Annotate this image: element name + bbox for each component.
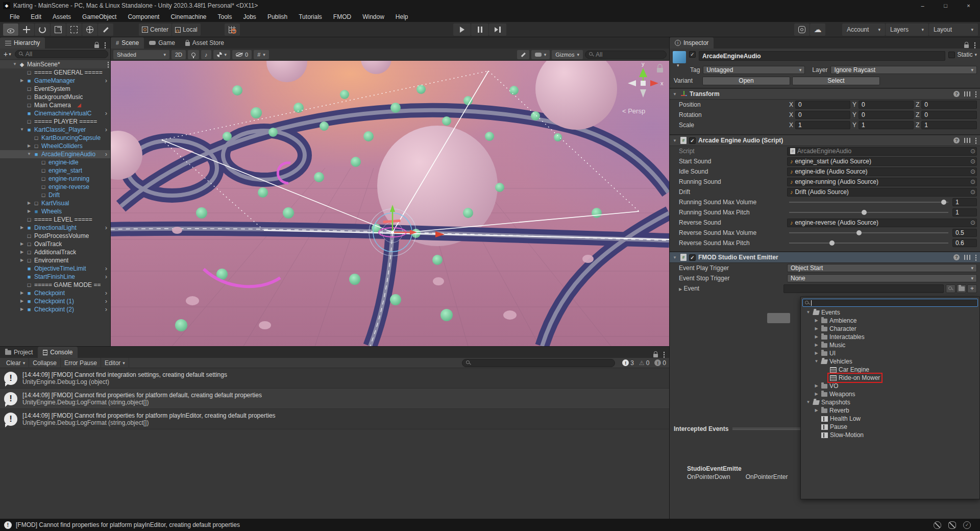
event-add-button[interactable]: + [967, 284, 977, 293]
hierarchy-item[interactable]: GameManager › [0, 77, 110, 85]
prefab-chevron-icon[interactable]: › [105, 77, 109, 85]
rotate-tool-button[interactable] [35, 23, 50, 36]
item-menu-icon[interactable] [107, 61, 109, 68]
running-pitch-slider[interactable] [789, 212, 948, 213]
blank-button[interactable] [767, 313, 790, 323]
info-count-toggle[interactable]: !3 [622, 359, 634, 367]
tab-hierarchy[interactable]: Hierarchy [0, 37, 45, 49]
cloud-button[interactable]: ☁ [810, 23, 825, 36]
expand-arrow-icon[interactable] [18, 224, 26, 232]
prefab-chevron-icon[interactable]: › [105, 126, 109, 134]
hierarchy-item[interactable]: KartVisual › [0, 199, 110, 207]
event-browser-item[interactable]: Weapons [801, 390, 979, 398]
menu-item[interactable]: Publish [262, 11, 293, 22]
running-volume-slider[interactable] [789, 202, 948, 203]
position-y-field[interactable]: 0 [859, 101, 914, 109]
menu-item[interactable]: Cinemachine [165, 11, 212, 22]
tab-game[interactable]: Game [144, 37, 180, 49]
hierarchy-item[interactable]: ===== LEVEL ===== › [0, 215, 110, 224]
help-icon[interactable]: ? [953, 254, 960, 260]
hierarchy-item[interactable]: StartFinishLine › [0, 273, 110, 281]
editor-dropdown[interactable]: Editor▾ [101, 358, 129, 368]
menu-item[interactable]: Component [122, 11, 165, 22]
play-button[interactable] [453, 23, 471, 36]
audio-toggle-button[interactable]: ♪ [201, 50, 211, 59]
expand-arrow-icon[interactable] [813, 357, 820, 366]
rect-tool-button[interactable] [66, 23, 82, 36]
hierarchy-item[interactable]: engine-idle › [0, 158, 110, 166]
presets-icon[interactable] [964, 255, 970, 260]
orientation-toggle-button[interactable]: Local [172, 23, 201, 36]
expand-arrow-icon[interactable] [26, 199, 33, 207]
presets-icon[interactable] [964, 91, 970, 96]
event-browser-item[interactable]: Pause [801, 423, 979, 431]
help-icon[interactable]: ? [953, 91, 960, 97]
position-x-field[interactable]: 0 [795, 101, 850, 109]
collapse-button[interactable]: Collapse [29, 358, 61, 368]
reverse-volume-value[interactable]: 0.5 [952, 229, 977, 237]
pause-button[interactable] [471, 23, 488, 36]
hierarchy-item[interactable]: Checkpoint (1) › [0, 297, 110, 305]
static-checkbox[interactable] [948, 52, 955, 58]
hierarchy-item[interactable]: AdditionalTrack › [0, 248, 110, 256]
hierarchy-item[interactable]: KartClassic_Player › [0, 126, 110, 134]
component-menu-icon[interactable] [975, 91, 977, 98]
transform-tool-button[interactable] [82, 23, 97, 36]
idle-sound-field[interactable]: ♪engine-idle (Audio Source)⊙ [787, 167, 977, 176]
hierarchy-item[interactable]: PostProcessVolume › [0, 232, 110, 240]
hierarchy-item[interactable]: BackgroundMusic › [0, 93, 110, 101]
help-icon[interactable]: ? [953, 137, 960, 143]
lighting-toggle-button[interactable] [188, 50, 199, 59]
hierarchy-item[interactable]: ===== GENERAL ===== › [0, 68, 110, 77]
event-browser-item[interactable]: UI [801, 349, 979, 357]
tag-dropdown[interactable]: Untagged▾ [703, 66, 805, 74]
progress-check-icon[interactable]: ✓ [963, 521, 971, 529]
error-count-toggle[interactable]: !0 [654, 359, 666, 367]
gameobject-cube-icon[interactable] [673, 51, 686, 63]
event-search-button[interactable] [946, 284, 955, 293]
prefab-chevron-icon[interactable]: › [105, 289, 109, 297]
event-browser-item[interactable]: Car Engine [801, 366, 979, 374]
custom-tool-button[interactable] [98, 23, 113, 36]
event-browser-item[interactable]: Interactables [801, 333, 979, 341]
panel-menu-icon[interactable] [104, 42, 106, 49]
object-picker-icon[interactable]: ⊙ [970, 168, 975, 175]
hierarchy-item[interactable]: Drift › [0, 191, 110, 199]
menu-item[interactable]: FMOD [328, 11, 357, 22]
fmod-emitter-header[interactable]: ▼# ✓ FMOD Studio Event Emitter ? [670, 252, 980, 263]
hierarchy-item[interactable]: ===== GAME MODE == › [0, 281, 110, 289]
expand-arrow-icon[interactable] [18, 256, 26, 264]
hierarchy-item[interactable]: WheelColliders › [0, 142, 110, 150]
panel-menu-icon[interactable] [974, 42, 976, 49]
event-browser-item[interactable]: Slow-Motion [801, 431, 979, 439]
hierarchy-item[interactable]: MainScene* › [0, 60, 110, 68]
event-browser-item[interactable]: Events [801, 308, 979, 317]
hidden-objects-button[interactable]: 0 [232, 50, 252, 59]
camera-settings-dropdown[interactable]: ▾ [531, 50, 550, 59]
active-checkbox[interactable]: ✓ [689, 51, 696, 58]
console-log-entry[interactable]: ! [14:44:09] [FMOD] Cannot find properti… [0, 409, 669, 429]
event-browser-item[interactable]: Reverb [801, 406, 979, 415]
create-object-button[interactable]: +▾ [2, 50, 13, 58]
minimize-button[interactable]: – [911, 0, 934, 11]
prefab-chevron-icon[interactable]: › [105, 297, 109, 305]
expand-arrow-icon[interactable] [813, 333, 820, 341]
expand-arrow-icon[interactable] [26, 150, 33, 158]
component-enabled-checkbox[interactable]: ✓ [689, 254, 696, 261]
debugger-icon[interactable] [934, 521, 941, 529]
event-browser-item[interactable]: Character [801, 325, 979, 333]
layers-dropdown[interactable]: Layers▾ [886, 23, 928, 36]
prefab-chevron-icon[interactable]: › [105, 273, 109, 281]
rotation-y-field[interactable]: 0 [859, 111, 914, 119]
layout-dropdown[interactable]: Layout▾ [929, 23, 978, 36]
prefab-chevron-icon[interactable]: › [105, 150, 109, 158]
expand-arrow-icon[interactable] [18, 289, 26, 297]
console-log-entry[interactable]: ! [14:44:09] [FMOD] Cannot find integrat… [0, 368, 669, 389]
expand-arrow-icon[interactable] [18, 77, 26, 85]
warning-count-toggle[interactable]: ⚠0 [639, 359, 649, 367]
hierarchy-item[interactable]: engine-running › [0, 175, 110, 183]
account-dropdown[interactable]: Account▾ [842, 23, 885, 36]
lock-icon[interactable] [94, 44, 99, 48]
event-browser-item[interactable]: Vehicles [801, 357, 979, 366]
2d-toggle-button[interactable]: 2D [172, 50, 186, 59]
